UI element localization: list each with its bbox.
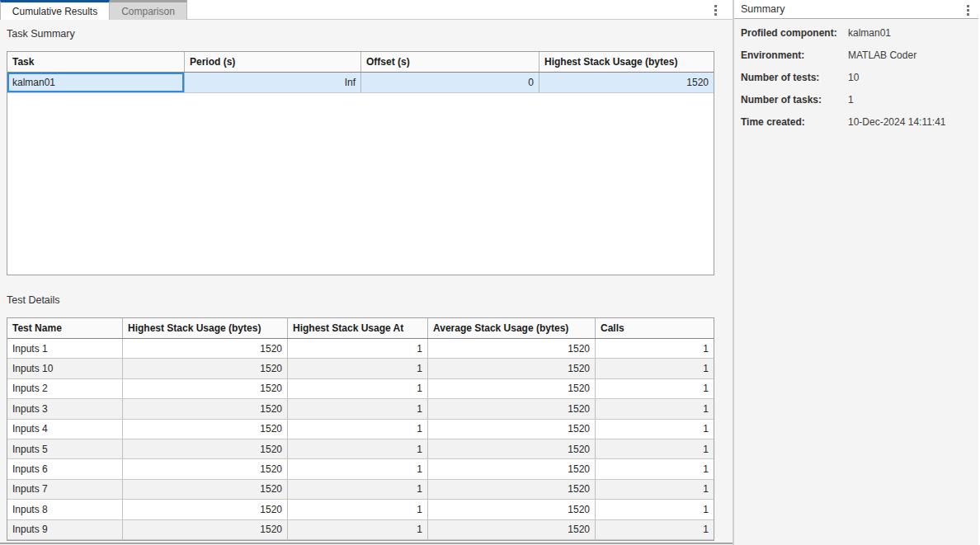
cell-highest-stack-usage-at[interactable]: 1 [288, 480, 428, 499]
cell-test-name[interactable]: Inputs 2 [7, 379, 123, 398]
cell-calls[interactable]: 1 [596, 399, 714, 418]
cell-highest-stack-usage-at[interactable]: 1 [288, 420, 428, 439]
cell-highest-stack-usage[interactable]: 1520 [123, 399, 288, 418]
summary-field-number-of-tests: Number of tests: 10 [741, 72, 975, 83]
cell-highest-stack-usage[interactable]: 1520 [123, 339, 288, 358]
cell-calls[interactable]: 1 [596, 359, 714, 378]
cell-average-stack-usage[interactable]: 1520 [428, 500, 596, 519]
summary-panel-header: Summary [734, 0, 978, 19]
cell-highest-stack-usage[interactable]: 1520 [123, 480, 288, 499]
kebab-menu-icon[interactable] [964, 2, 972, 18]
cell-average-stack-usage[interactable]: 1520 [428, 359, 596, 378]
cell-calls[interactable]: 1 [596, 420, 714, 439]
column-header-task[interactable]: Task [7, 52, 185, 72]
table-row[interactable]: Inputs 3 1520 1 1520 1 [7, 399, 714, 419]
tab-cumulative-results[interactable]: Cumulative Results [0, 0, 110, 20]
cell-test-name[interactable]: Inputs 1 [7, 339, 123, 358]
cell-test-name[interactable]: Inputs 6 [7, 459, 123, 478]
table-row[interactable]: Inputs 2 1520 1 1520 1 [7, 379, 714, 399]
column-header-highest-stack-usage[interactable]: Highest Stack Usage (bytes) [123, 318, 288, 338]
cell-average-stack-usage[interactable]: 1520 [428, 439, 596, 458]
field-value: 1 [848, 94, 854, 106]
table-row[interactable]: Inputs 9 1520 1 1520 1 [7, 520, 714, 540]
cell-calls[interactable]: 1 [596, 339, 714, 358]
column-header-test-name[interactable]: Test Name [7, 318, 123, 338]
table-row[interactable]: Inputs 6 1520 1 1520 1 [7, 459, 714, 479]
cell-highest-stack-usage-at[interactable]: 1 [288, 500, 428, 519]
column-header-highest-stack-usage-at[interactable]: Highest Stack Usage At [288, 318, 428, 338]
cell-calls[interactable]: 1 [596, 439, 714, 458]
table-header-row: Task Period (s) Offset (s) Highest Stack… [7, 52, 714, 73]
stack-profiler-window: Cumulative Results Comparison Task Summa… [0, 0, 980, 545]
cell-average-stack-usage[interactable]: 1520 [428, 399, 596, 418]
cell-highest-stack-usage-at[interactable]: 1 [288, 359, 428, 378]
cell-highest-stack-usage-at[interactable]: 1 [288, 379, 428, 398]
cell-offset[interactable]: 0 [361, 73, 539, 92]
tab-comparison[interactable]: Comparison [110, 0, 187, 20]
table-row[interactable]: kalman01 Inf 0 1520 [7, 73, 714, 93]
cell-average-stack-usage[interactable]: 1520 [428, 339, 596, 358]
table-row[interactable]: Inputs 10 1520 1 1520 1 [7, 359, 714, 378]
summary-panel-body: Profiled component: kalman01 Environment… [734, 19, 978, 545]
summary-field-number-of-tasks: Number of tasks: 1 [741, 94, 975, 106]
results-panel: Cumulative Results Comparison Task Summa… [0, 0, 734, 545]
field-label: Time created: [741, 116, 848, 128]
cell-task-name[interactable]: kalman01 [7, 73, 185, 92]
task-summary-table: Task Period (s) Offset (s) Highest Stack… [7, 51, 714, 275]
cell-test-name[interactable]: Inputs 8 [7, 500, 123, 519]
column-header-calls[interactable]: Calls [596, 318, 714, 338]
field-value: 10 [848, 72, 859, 83]
cell-average-stack-usage[interactable]: 1520 [428, 480, 596, 499]
kebab-menu-icon[interactable] [712, 2, 719, 18]
test-details-table: Test Name Highest Stack Usage (bytes) Hi… [7, 317, 714, 541]
cell-highest-stack-usage[interactable]: 1520 [123, 379, 288, 398]
cell-highest-stack-usage-at[interactable]: 1 [288, 339, 428, 358]
cell-highest-stack-usage-at[interactable]: 1 [288, 439, 428, 458]
cell-period[interactable]: Inf [185, 73, 361, 92]
cell-average-stack-usage[interactable]: 1520 [428, 420, 596, 439]
cell-average-stack-usage[interactable]: 1520 [428, 379, 596, 398]
cumulative-results-content: Task Summary Task Period (s) Offset (s) … [0, 20, 733, 545]
cell-highest-stack-usage[interactable]: 1520 [123, 520, 288, 539]
cell-test-name[interactable]: Inputs 10 [7, 359, 123, 378]
column-header-offset[interactable]: Offset (s) [361, 52, 539, 72]
cell-calls[interactable]: 1 [596, 459, 714, 478]
cell-highest-stack-usage-at[interactable]: 1 [288, 399, 428, 418]
tab-bar: Cumulative Results Comparison [0, 0, 733, 20]
table-row[interactable]: Inputs 1 1520 1 1520 1 [7, 339, 714, 359]
cell-test-name[interactable]: Inputs 4 [7, 420, 123, 439]
table-row[interactable]: Inputs 8 1520 1 1520 1 [7, 500, 714, 519]
cell-highest-stack-usage[interactable]: 1520 [123, 439, 288, 458]
cell-highest-stack-usage[interactable]: 1520 [123, 500, 288, 519]
cell-test-name[interactable]: Inputs 3 [7, 399, 123, 418]
table-row[interactable]: Inputs 7 1520 1 1520 1 [7, 480, 714, 500]
cell-highest-stack-usage[interactable]: 1520 [539, 73, 714, 92]
cell-highest-stack-usage[interactable]: 1520 [123, 420, 288, 439]
cell-calls[interactable]: 1 [596, 379, 714, 398]
field-label: Number of tasks: [741, 94, 848, 106]
cell-average-stack-usage[interactable]: 1520 [428, 459, 596, 478]
cell-test-name[interactable]: Inputs 9 [7, 520, 123, 539]
cell-test-name[interactable]: Inputs 7 [7, 480, 123, 499]
cell-highest-stack-usage-at[interactable]: 1 [288, 520, 428, 539]
cell-calls[interactable]: 1 [596, 520, 714, 539]
cell-calls[interactable]: 1 [596, 500, 714, 519]
column-header-period[interactable]: Period (s) [185, 52, 361, 72]
summary-field-time-created: Time created: 10-Dec-2024 14:11:41 [741, 116, 975, 128]
cell-average-stack-usage[interactable]: 1520 [428, 520, 596, 539]
cell-highest-stack-usage[interactable]: 1520 [123, 459, 288, 478]
column-header-average-stack-usage[interactable]: Average Stack Usage (bytes) [428, 318, 596, 338]
cell-test-name[interactable]: Inputs 5 [7, 439, 123, 458]
summary-field-profiled-component: Profiled component: kalman01 [741, 27, 975, 39]
cell-highest-stack-usage[interactable]: 1520 [123, 359, 288, 378]
table-row[interactable]: Inputs 4 1520 1 1520 1 [7, 420, 714, 439]
field-label: Number of tests: [741, 72, 848, 83]
horizontal-divider [0, 543, 733, 544]
tab-label: Cumulative Results [12, 6, 97, 17]
summary-field-environment: Environment: MATLAB Coder [741, 49, 975, 61]
cell-highest-stack-usage-at[interactable]: 1 [288, 459, 428, 478]
table-row[interactable]: Inputs 5 1520 1 1520 1 [7, 439, 714, 459]
field-value: MATLAB Coder [848, 49, 916, 61]
cell-calls[interactable]: 1 [596, 480, 714, 499]
column-header-highest-stack-usage[interactable]: Highest Stack Usage (bytes) [539, 52, 714, 72]
